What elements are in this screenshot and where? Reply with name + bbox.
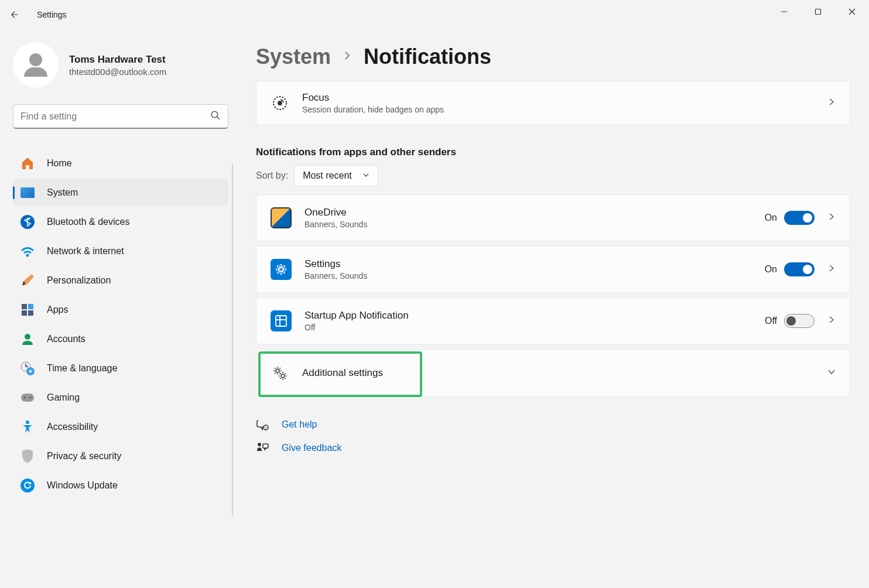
sidebar-item-home[interactable]: Home (13, 150, 228, 177)
focus-card[interactable]: Focus Session duration, hide badges on a… (256, 81, 850, 125)
sidebar-item-label: Time & language (47, 363, 117, 374)
sidebar-item-label: System (47, 187, 78, 198)
app-subtitle: Off (305, 323, 752, 332)
user-profile[interactable]: Toms Hardware Test thtestd00d@outlook.co… (13, 42, 237, 88)
app-title: Settings (37, 10, 67, 19)
svg-point-17 (24, 397, 26, 399)
svg-rect-32 (263, 444, 268, 448)
network-icon (20, 244, 35, 259)
svg-point-18 (30, 397, 32, 399)
svg-rect-8 (28, 304, 33, 309)
sidebar-item-label: Gaming (47, 392, 80, 403)
svg-line-5 (217, 117, 220, 119)
bluetooth-icon (20, 214, 35, 230)
sidebar-item-bluetooth[interactable]: Bluetooth & devices (13, 208, 228, 235)
user-name: Toms Hardware Test (69, 54, 166, 66)
minimize-button[interactable] (767, 0, 801, 23)
focus-title: Focus (302, 92, 815, 104)
sidebar-item-gaming[interactable]: Gaming (13, 384, 228, 411)
sidebar-item-accounts[interactable]: Accounts (13, 326, 228, 353)
help-icon: ? (256, 418, 269, 431)
additional-settings-card[interactable]: Additional settings (256, 349, 850, 397)
onedrive-icon (271, 207, 292, 228)
toggle-switch[interactable] (784, 262, 815, 276)
section-title: Notifications from apps and other sender… (256, 146, 850, 158)
search-input[interactable] (20, 111, 210, 122)
app-name: Startup App Notification (305, 310, 752, 322)
focus-subtitle: Session duration, hide badges on apps (302, 105, 815, 114)
svg-rect-1 (816, 9, 821, 15)
system-icon (20, 185, 35, 200)
additional-title: Additional settings (302, 367, 815, 379)
feedback-label: Give feedback (282, 443, 341, 453)
sort-value: Most recent (303, 170, 352, 181)
sidebar-item-personalization[interactable]: Personalization (13, 267, 228, 294)
chevron-right-icon (827, 316, 836, 326)
toggle-state: On (765, 213, 777, 223)
breadcrumb-parent[interactable]: System (256, 45, 331, 69)
chevron-down-icon (827, 368, 836, 378)
svg-point-19 (26, 421, 29, 424)
back-button[interactable] (9, 9, 20, 20)
sort-label: Sort by: (256, 170, 288, 181)
sidebar-item-accessibility[interactable]: Accessibility (13, 413, 228, 440)
page-title: Notifications (364, 45, 491, 69)
update-icon (20, 478, 35, 493)
sidebar-item-update[interactable]: Windows Update (13, 472, 228, 499)
chevron-right-icon (827, 213, 836, 223)
svg-rect-10 (28, 310, 33, 316)
toggle-switch[interactable] (784, 211, 815, 225)
sidebar-item-apps[interactable]: Apps (13, 296, 228, 323)
help-label: Get help (282, 419, 317, 430)
svg-point-28 (281, 374, 285, 378)
app-subtitle: Banners, Sounds (305, 271, 752, 281)
feedback-icon (256, 442, 269, 454)
avatar (13, 42, 59, 88)
gaming-icon (20, 390, 35, 405)
toggle-state: On (765, 264, 777, 275)
chevron-down-icon (362, 170, 370, 181)
app-row-settings[interactable]: Settings Banners, Sounds On (256, 246, 850, 293)
apps-icon (20, 302, 35, 317)
svg-rect-16 (21, 394, 34, 402)
app-row-onedrive[interactable]: OneDrive Banners, Sounds On (256, 194, 850, 241)
sidebar-item-privacy[interactable]: Privacy & security (13, 443, 228, 470)
sort-dropdown[interactable]: Most recent (294, 165, 378, 186)
settings-app-icon (271, 259, 292, 280)
maximize-button[interactable] (801, 0, 835, 23)
app-name: OneDrive (305, 207, 752, 218)
get-help-link[interactable]: ? Get help (256, 418, 850, 431)
sidebar-item-label: Personalization (47, 275, 111, 286)
time-icon (20, 361, 35, 376)
chevron-right-icon (827, 264, 836, 275)
sidebar-item-label: Network & internet (47, 246, 124, 257)
sidebar-item-label: Accounts (47, 334, 85, 344)
user-email: thtestd00d@outlook.com (69, 67, 166, 77)
sidebar-item-time[interactable]: Time & language (13, 355, 228, 382)
app-row-startup[interactable]: Startup App Notification Off Off (256, 298, 850, 344)
svg-point-21 (278, 101, 282, 105)
search-icon (210, 110, 221, 123)
svg-rect-9 (22, 310, 27, 316)
focus-icon (271, 94, 289, 112)
chevron-right-icon (827, 98, 836, 108)
search-box[interactable] (13, 104, 228, 129)
svg-point-31 (258, 443, 261, 446)
accessibility-icon (20, 419, 35, 435)
sidebar-item-label: Privacy & security (47, 451, 121, 461)
svg-point-4 (211, 111, 218, 118)
startup-app-icon (271, 310, 292, 331)
home-icon (20, 156, 35, 171)
sidebar-item-system[interactable]: System (13, 179, 228, 206)
sidebar-item-network[interactable]: Network & internet (13, 238, 228, 265)
toggle-switch[interactable] (784, 314, 815, 328)
sidebar-item-label: Windows Update (47, 480, 118, 491)
sidebar-item-label: Apps (47, 305, 68, 315)
give-feedback-link[interactable]: Give feedback (256, 442, 850, 454)
privacy-icon (20, 449, 35, 464)
close-button[interactable] (835, 0, 869, 23)
sidebar-item-label: Home (47, 158, 72, 169)
scrollbar[interactable] (232, 164, 233, 515)
svg-point-27 (276, 369, 279, 372)
sidebar-item-label: Bluetooth & devices (47, 217, 129, 227)
